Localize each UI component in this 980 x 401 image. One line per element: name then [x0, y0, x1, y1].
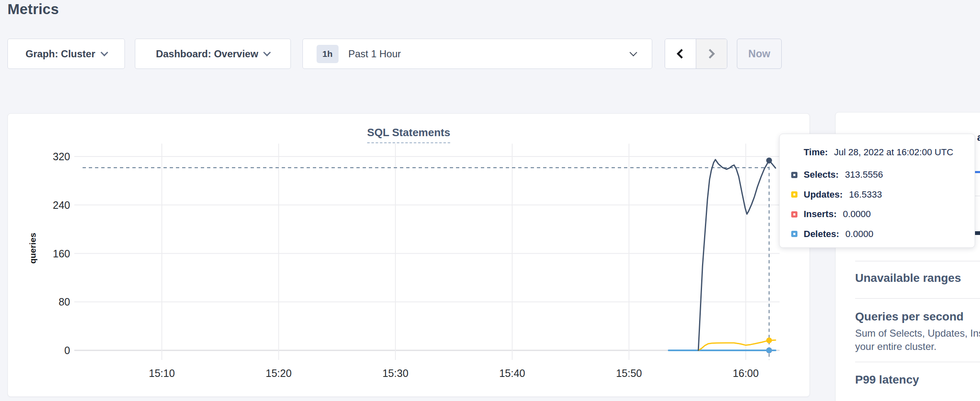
graph-dropdown-label: Graph: Cluster [25, 48, 95, 60]
svg-text:160: 160 [53, 248, 70, 259]
divider [855, 298, 980, 299]
svg-text:16:00: 16:00 [733, 367, 759, 379]
now-button[interactable]: Now [737, 39, 782, 69]
hidden-text-fragment [974, 231, 980, 235]
sidebar-description-line: your entire cluster. [855, 341, 936, 352]
series-color-swatch-icon [791, 211, 797, 218]
time-step-button-group [665, 39, 727, 69]
sidebar-description-line: Sum of Selects, Updates, Inser [855, 328, 980, 339]
series-color-swatch-icon [791, 191, 797, 198]
graph-dropdown[interactable]: Graph: Cluster [7, 39, 125, 69]
tooltip-series-row: Updates:16.5333 [791, 189, 882, 200]
svg-text:240: 240 [53, 199, 70, 211]
tooltip-series-row: Deletes:0.0000 [791, 229, 873, 240]
divider [855, 362, 980, 362]
svg-text:320: 320 [53, 151, 70, 162]
sidebar-heading-unavailable-ranges: Unavailable ranges [855, 271, 961, 285]
svg-text:queries: queries [28, 233, 37, 264]
chevron-right-icon [705, 49, 715, 59]
chevron-down-icon [263, 49, 271, 56]
svg-text:0: 0 [64, 345, 70, 356]
tooltip-time-label: Time: [804, 147, 828, 158]
divider [855, 261, 980, 262]
svg-text:15:10: 15:10 [149, 367, 175, 379]
series-color-swatch-icon [791, 172, 797, 178]
dashboard-dropdown[interactable]: Dashboard: Overview [135, 39, 291, 69]
time-range-badge: 1h [317, 45, 339, 63]
tooltip-series-row: Inserts:0.0000 [791, 209, 871, 220]
dashboard-dropdown-label: Dashboard: Overview [156, 48, 258, 60]
chevron-down-icon [100, 49, 108, 56]
sql-statements-chart-card: SQL Statements 08016024032015:1015:2015:… [7, 113, 810, 397]
svg-text:15:50: 15:50 [616, 367, 642, 379]
sidebar-heading-queries-per-second: Queries per second [855, 310, 963, 323]
time-range-selector[interactable]: 1h Past 1 Hour [302, 39, 652, 69]
svg-text:15:30: 15:30 [383, 367, 409, 379]
chart-hover-tooltip: Time: Jul 28, 2022 at 16:02:00 UTC Selec… [779, 134, 975, 248]
tooltip-series-row: Selects:313.5556 [791, 169, 883, 180]
time-range-label: Past 1 Hour [349, 48, 621, 60]
next-time-button[interactable] [696, 39, 727, 68]
svg-text:15:20: 15:20 [266, 367, 292, 379]
sql-statements-chart[interactable]: 08016024032015:1015:2015:3015:4015:5016:… [8, 114, 810, 397]
chevron-down-icon [629, 49, 637, 56]
hidden-heading-fragment: a [977, 132, 980, 143]
tooltip-time-row: Time: Jul 28, 2022 at 16:02:00 UTC [804, 147, 953, 158]
tooltip-time-value: Jul 28, 2022 at 16:02:00 UTC [834, 147, 953, 158]
previous-time-button[interactable] [665, 39, 696, 68]
series-color-swatch-icon [791, 231, 797, 237]
svg-text:15:40: 15:40 [499, 367, 525, 379]
svg-text:80: 80 [59, 296, 70, 308]
chevron-left-icon [677, 49, 687, 59]
sidebar-heading-p99-latency: P99 latency [855, 373, 919, 386]
page-title: Metrics [7, 1, 59, 17]
